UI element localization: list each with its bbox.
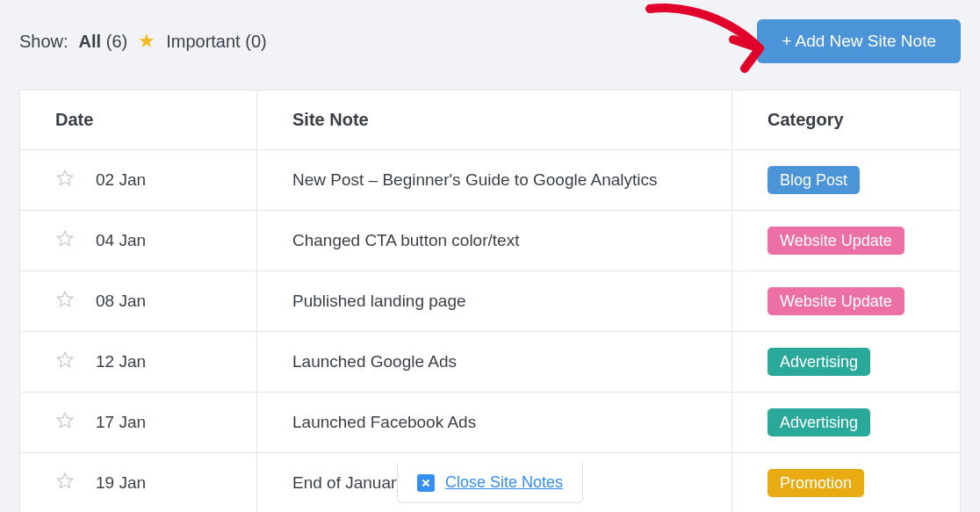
col-header-note: Site Note — [257, 90, 732, 150]
star-toggle[interactable] — [55, 350, 75, 374]
row-date: 02 Jan — [96, 170, 146, 190]
row-date: 12 Jan — [96, 352, 146, 371]
row-note: Launched Google Ads — [257, 332, 732, 393]
category-badge: Advertising — [767, 408, 870, 436]
table-row: 02 JanNew Post – Beginner's Guide to Goo… — [20, 150, 961, 211]
category-badge: Website Update — [767, 287, 904, 315]
row-note: Launched Facebook Ads — [257, 393, 732, 453]
add-site-note-button[interactable]: + Add New Site Note — [757, 19, 961, 63]
category-badge: Website Update — [767, 227, 904, 255]
table-row: 17 JanLaunched Facebook AdsAdvertising — [20, 393, 961, 453]
star-toggle[interactable] — [55, 290, 75, 314]
star-toggle[interactable] — [55, 229, 75, 253]
site-notes-table: Date Site Note Category 02 JanNew Post –… — [19, 90, 961, 512]
row-date: 04 Jan — [96, 231, 146, 250]
pencil-icon — [417, 474, 435, 492]
row-date: 08 Jan — [96, 292, 146, 311]
filter-bar: Show: All (6) ★ Important (0) — [19, 32, 267, 52]
table-row: 12 JanLaunched Google AdsAdvertising — [20, 332, 961, 393]
table-row: 04 JanChanged CTA button color/textWebsi… — [20, 211, 961, 271]
category-badge: Promotion — [767, 469, 864, 497]
row-date: 17 Jan — [96, 413, 146, 432]
star-toggle[interactable] — [55, 169, 75, 192]
filter-all-count: (6) — [106, 32, 127, 51]
star-toggle[interactable] — [55, 472, 75, 495]
row-note: New Post – Beginner's Guide to Google An… — [257, 150, 732, 211]
table-row: 08 JanPublished landing pageWebsite Upda… — [20, 271, 961, 332]
category-badge: Advertising — [767, 348, 870, 376]
row-date: 19 Jan — [96, 473, 146, 493]
filter-important[interactable]: Important (0) — [166, 32, 267, 52]
filter-important-count: (0) — [245, 32, 266, 51]
filter-all-label: All — [79, 32, 102, 51]
row-note: Changed CTA button color/text — [257, 211, 732, 271]
col-header-category: Category — [732, 90, 961, 150]
close-site-notes-label: Close Site Notes — [445, 473, 563, 492]
close-site-notes-button[interactable]: Close Site Notes — [397, 463, 583, 503]
filter-all[interactable]: All (6) — [79, 32, 128, 52]
filter-important-label: Important — [166, 32, 240, 51]
star-toggle[interactable] — [55, 411, 75, 435]
col-header-date: Date — [20, 90, 257, 150]
row-note: Published landing page — [257, 271, 732, 332]
show-label: Show: — [19, 32, 68, 52]
category-badge: Blog Post — [767, 166, 860, 194]
star-icon: ★ — [138, 32, 155, 51]
